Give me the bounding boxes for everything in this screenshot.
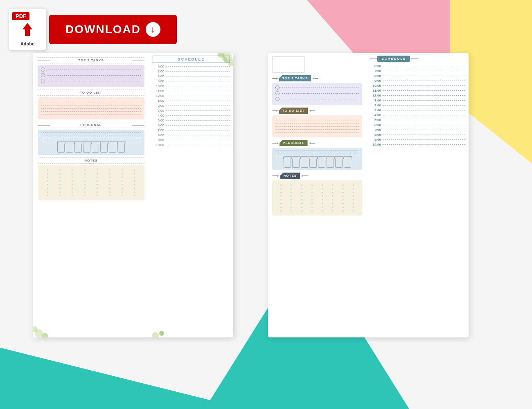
time-label: 9:00 <box>370 138 381 142</box>
time-row: 8:00 <box>153 133 230 137</box>
dots-left-4: ••••••••► <box>272 174 280 177</box>
dot <box>353 196 354 197</box>
dot <box>311 192 313 193</box>
right-task-item-2 <box>275 91 359 95</box>
right-schedule-column: •••••••••••• SCHEDULE •••••••••••• 6:007… <box>366 53 469 337</box>
floral-bottom-left <box>33 315 59 337</box>
left-schedule-column: SCHEDULE 6:007:008:009:0010:0011:0012:00… <box>149 53 233 337</box>
task-circle-1 <box>41 67 45 72</box>
dot <box>353 184 354 186</box>
dot <box>122 191 123 193</box>
top3-label-left: TOP 3 TASKS <box>38 57 144 63</box>
todo-section-right <box>272 115 362 137</box>
adobe-label: Adobe <box>20 41 34 46</box>
dot <box>343 203 344 204</box>
time-label: 12:00 <box>153 94 164 98</box>
time-line <box>383 90 465 91</box>
personal-tag-right: PERSONAL <box>280 140 307 146</box>
dot <box>122 169 123 171</box>
dot <box>301 210 302 211</box>
dot <box>59 184 61 185</box>
task-line-1 <box>47 70 141 70</box>
schedule-dots-right: •••••••••••• <box>411 57 418 60</box>
left-column-1: TOP 3 TASKS TO DO LIST <box>33 53 149 337</box>
dot <box>301 207 302 208</box>
time-line <box>383 115 465 115</box>
schedule-header-left: SCHEDULE <box>153 56 230 63</box>
dot <box>84 173 86 174</box>
dot <box>311 203 313 204</box>
dot <box>311 188 313 189</box>
time-row: 8:00 <box>153 74 230 78</box>
dot <box>109 177 110 178</box>
dot <box>47 180 48 182</box>
dot <box>109 169 110 171</box>
dot <box>134 188 135 189</box>
water-tracker-right <box>275 159 359 168</box>
dot <box>47 173 48 174</box>
dot <box>72 191 73 193</box>
dot <box>122 184 123 185</box>
dot <box>311 196 313 197</box>
dot <box>47 169 48 171</box>
cup-7 <box>109 144 116 153</box>
time-label: 10:00 <box>153 84 164 88</box>
time-label: 6:00 <box>153 124 164 127</box>
dot <box>311 210 313 211</box>
time-line <box>383 110 465 110</box>
time-row: 6:00 <box>370 123 465 127</box>
time-row: 6:00 <box>370 64 465 68</box>
dot <box>280 207 282 208</box>
time-label: 8:00 <box>153 74 164 78</box>
schedule-dots-left: •••••••••••• <box>370 57 376 60</box>
dot <box>311 207 313 208</box>
dot <box>134 177 135 178</box>
todo-line-3 <box>41 106 141 106</box>
dot <box>353 199 354 200</box>
task-circle-3 <box>41 79 45 83</box>
dot <box>122 180 123 182</box>
time-label: 7:00 <box>370 128 381 132</box>
dot <box>332 203 333 204</box>
dot <box>84 177 86 178</box>
right-task-line-2 <box>282 93 359 94</box>
time-line <box>383 139 465 140</box>
time-label: 7:00 <box>153 128 164 132</box>
time-line <box>166 120 230 121</box>
dot <box>97 188 98 189</box>
personal-arrow-label-right: •••••••► PERSONAL ◄••••••• <box>272 140 362 146</box>
time-label: 8:00 <box>153 133 164 137</box>
cup-6 <box>100 144 108 153</box>
time-row: 12:00 <box>370 94 465 97</box>
right-todo-line-1 <box>275 118 359 118</box>
download-banner[interactable]: PDF Adobe DOWNLOAD <box>9 9 177 50</box>
time-line <box>383 71 465 71</box>
todo-line-4 <box>41 108 141 109</box>
dot <box>301 192 302 193</box>
download-button[interactable]: DOWNLOAD <box>49 15 177 44</box>
time-label: 1:00 <box>370 99 381 102</box>
time-line <box>166 110 230 111</box>
tasks-section-left <box>38 65 144 87</box>
todo-line-6 <box>41 114 141 115</box>
dot <box>72 177 73 178</box>
time-label: 10:00 <box>370 84 381 88</box>
dots-right-2: ◄•••••• <box>309 109 315 112</box>
water-tracker-left <box>41 144 141 153</box>
dot <box>47 188 48 189</box>
dot <box>291 199 292 200</box>
time-row: 2:00 <box>153 104 230 108</box>
time-label: 12:00 <box>370 94 381 97</box>
time-row: 11:00 <box>153 89 230 93</box>
time-line <box>166 91 230 91</box>
dot <box>109 191 110 193</box>
dot <box>301 196 302 197</box>
dot <box>343 210 344 211</box>
time-label: 5:00 <box>370 118 381 122</box>
dot <box>343 207 344 208</box>
time-line <box>166 101 230 101</box>
right-todo-line-5 <box>275 129 359 130</box>
dot <box>332 184 333 186</box>
dot <box>134 191 135 193</box>
personal-line-1 <box>41 132 141 133</box>
